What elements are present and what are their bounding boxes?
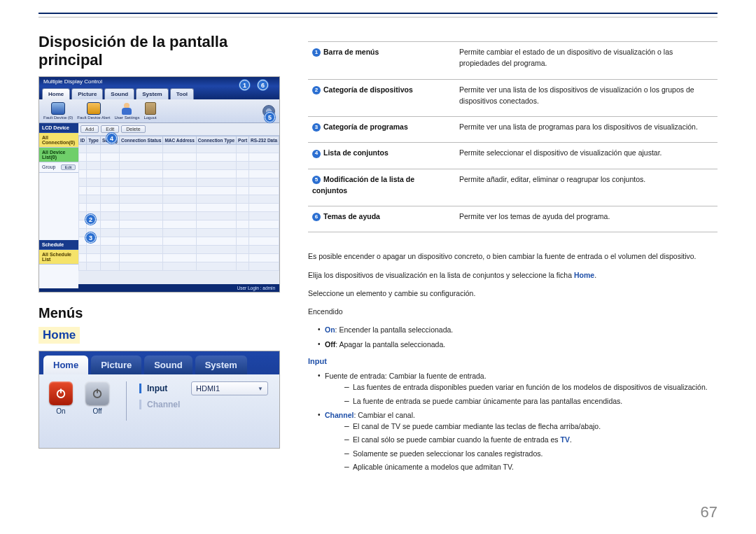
tab-sound[interactable]: Sound: [104, 88, 134, 99]
power-off-button[interactable]: Off: [81, 381, 113, 449]
input-select[interactable]: HDMI1 ▼: [191, 381, 268, 395]
software-screenshot: Multiple Display Control Home Picture So…: [38, 76, 280, 293]
home-screenshot: Home Picture Sound System On Off: [38, 351, 280, 449]
h2-menus: Menús: [38, 305, 280, 321]
app-toolbar: Fault Device (0) Fault Device Alert User…: [39, 99, 279, 123]
input-list: Fuente de entrada: Cambiar la fuente de …: [308, 370, 718, 472]
home-heading: Home: [38, 327, 80, 344]
power-icon: [91, 387, 104, 400]
ztab-picture[interactable]: Picture: [91, 356, 141, 374]
para-configure: Seleccione un elemento y cambie su confi…: [308, 288, 718, 299]
group-edit-button[interactable]: Edit: [61, 164, 75, 170]
sidebar-group-row[interactable]: Group Edit: [39, 162, 78, 173]
power-icon: [55, 387, 67, 400]
callout-1: 1: [239, 80, 250, 90]
sidebar-lcd-section[interactable]: LCD Device: [39, 123, 78, 133]
chevron-down-icon: ▼: [258, 386, 263, 392]
user-settings-icon[interactable]: User Settings: [114, 102, 139, 120]
app-sidebar: LCD Device All Connection(0) All Device …: [39, 123, 78, 284]
tab-picture[interactable]: Picture: [71, 88, 103, 99]
tab-home[interactable]: Home: [42, 88, 70, 99]
device-edit-button[interactable]: Edit: [101, 125, 119, 133]
callout-3: 3: [85, 232, 96, 243]
input-subhead: Input: [308, 356, 718, 367]
sidebar-schedule-section[interactable]: Schedule: [39, 240, 78, 250]
svg-rect-3: [97, 388, 98, 393]
h1-disposicion: Disposición de la pantalla principal: [38, 33, 280, 69]
callout-5: 5: [265, 112, 275, 122]
sidebar-all-schedule[interactable]: All Schedule List: [39, 250, 78, 265]
fault-alert-icon[interactable]: Fault Device Alert: [77, 102, 110, 120]
input-row: Input HDMI1 ▼: [139, 381, 268, 395]
device-delete-button[interactable]: Delete: [121, 125, 145, 133]
svg-rect-1: [60, 388, 62, 393]
device-add-button[interactable]: Add: [80, 125, 99, 133]
para-intro: Es posible encender o apagar un disposit…: [308, 251, 718, 262]
tab-system[interactable]: System: [136, 88, 168, 99]
device-table: IDType SettingConnection Status MAC Addr…: [78, 136, 279, 271]
ztab-home[interactable]: Home: [43, 356, 88, 374]
logout-icon[interactable]: Logout: [144, 102, 156, 120]
sidebar-all-device-list[interactable]: All Device List(0): [39, 148, 78, 162]
tab-tool[interactable]: Tool: [170, 88, 194, 99]
para-encendido: Encendido: [308, 306, 718, 317]
power-on-button[interactable]: On: [45, 381, 77, 449]
onoff-list: On: Encender la pantalla seleccionada. O…: [308, 324, 718, 350]
page-number: 67: [701, 503, 718, 521]
callout-6: 6: [258, 80, 268, 90]
channel-row: Channel: [139, 400, 268, 409]
ztab-system[interactable]: System: [195, 356, 247, 374]
para-select: Elija los dispositivos de visualización …: [308, 269, 718, 281]
sidebar-all-connection[interactable]: All Connection(0): [39, 133, 78, 148]
callout-4: 4: [106, 133, 117, 143]
callout-2: 2: [85, 214, 96, 225]
ztab-sound[interactable]: Sound: [144, 356, 192, 374]
fault-device-icon[interactable]: Fault Device (0): [43, 102, 73, 120]
legend-table: 1Barra de menúsPermite cambiar el estado…: [308, 41, 718, 232]
